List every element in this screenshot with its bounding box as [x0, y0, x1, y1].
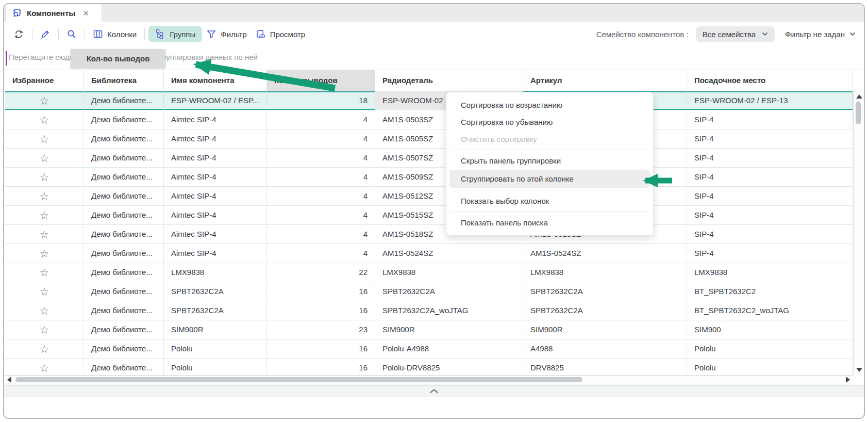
dragged-column-chip[interactable]: Кол-во выводов [71, 49, 165, 68]
cell-library: Демо библиоте... [84, 91, 164, 110]
filter-status-dropdown[interactable]: Фильтр не задан [785, 30, 856, 39]
family-dropdown-value: Все семейства [703, 30, 756, 39]
cell-footprint: SIM900 [687, 320, 853, 339]
cell-pins: 23 [267, 320, 375, 339]
cell-pins: 4 [267, 110, 375, 129]
cell-library: Демо библиоте... [84, 206, 164, 224]
tab-title: Компоненты [27, 9, 75, 18]
collapse-bar[interactable] [4, 385, 864, 397]
cell-library: Демо библиоте... [84, 110, 164, 129]
scroll-left-arrow[interactable] [7, 377, 11, 383]
star-icon[interactable]: ☆ [40, 153, 49, 164]
star-icon[interactable]: ☆ [40, 324, 49, 335]
menu-item[interactable]: Показать выбор колонок [446, 192, 653, 209]
table-row[interactable]: ☆Демо библиоте...Aimtec SIP-44AM1S-0509S… [5, 168, 853, 187]
table-row[interactable]: ☆Демо библиоте...Aimtec SIP-44AM1S-0515S… [5, 206, 853, 225]
menu-item[interactable]: Показать панель поиска [446, 214, 653, 231]
table-row[interactable]: ☆Демо библиоте...ESP-WROOM-02 / ESP...18… [5, 91, 853, 110]
cell-favorite: ☆ [5, 282, 84, 301]
cell-name: SIM900R [164, 320, 267, 339]
filter-button[interactable]: Фильтр [202, 26, 251, 42]
table-row[interactable]: ☆Демо библиоте...Aimtec SIP-44AM1S-0518S… [5, 225, 853, 244]
cell-name: SPBT2632C2A [164, 282, 267, 301]
table-row[interactable]: ☆Демо библиоте...SIM900R23SIM900RSIM900R… [5, 320, 853, 339]
search-button[interactable] [62, 26, 81, 42]
table-row[interactable]: ☆Демо библиоте...SPBT2632C2A16SPBT2632C2… [5, 282, 853, 301]
column-header-sku[interactable]: Артикул [523, 70, 687, 91]
column-header-name[interactable]: Имя компонента [164, 70, 267, 91]
context-menu: Сортировка по возрастаниюСортировка по у… [446, 92, 654, 236]
table-row[interactable]: ☆Демо библиоте...Aimtec SIP-44AM1S-0503S… [5, 110, 853, 129]
column-header-library[interactable]: Библиотека [84, 70, 164, 91]
star-icon[interactable]: ☆ [40, 267, 49, 278]
cell-footprint: BT_SPBT2632C2_woJTAG [687, 301, 853, 320]
vertical-scroll-thumb[interactable] [856, 102, 861, 124]
table-row[interactable]: ☆Демо библиоте...LMX983822LMX9838LMX9838… [5, 263, 853, 282]
scroll-up-arrow[interactable] [856, 94, 862, 99]
chevron-down-icon [762, 32, 768, 36]
toolbar: Колонки Группы Фильтр [4, 22, 864, 46]
cell-footprint: SIP-4 [687, 168, 853, 186]
horizontal-scroll-thumb[interactable] [15, 377, 582, 382]
star-icon[interactable]: ☆ [40, 286, 49, 297]
chip-search-icon [12, 8, 22, 18]
view-button[interactable]: Просмотр [251, 26, 310, 42]
cell-favorite: ☆ [5, 187, 84, 205]
columns-button[interactable]: Колонки [89, 26, 141, 42]
edit-button[interactable] [36, 26, 55, 42]
star-icon[interactable]: ☆ [40, 95, 49, 106]
cell-sku: LMX9838 [523, 263, 687, 282]
column-header-part[interactable]: Радиодеталь [375, 70, 523, 91]
cell-name: SPBT2632C2A [164, 301, 267, 320]
cell-library: Демо библиоте... [84, 359, 164, 375]
menu-item[interactable]: Скрыть панель группировки [446, 152, 653, 169]
refresh-button[interactable] [9, 26, 28, 42]
chevron-up-icon [429, 389, 439, 394]
cell-library: Демо библиоте... [84, 187, 164, 205]
close-icon[interactable]: × [83, 8, 89, 18]
cell-library: Демо библиоте... [84, 244, 164, 263]
column-header-pins[interactable]: Кол-во выводов [267, 70, 375, 91]
cell-name: Aimtec SIP-4 [164, 187, 267, 205]
cell-library: Демо библиоте... [84, 168, 164, 186]
cell-sku: SPBT2632C2A [523, 282, 687, 301]
star-icon[interactable]: ☆ [40, 363, 49, 374]
cell-favorite: ☆ [5, 110, 84, 129]
scroll-right-arrow[interactable] [846, 377, 850, 383]
star-icon[interactable]: ☆ [40, 305, 49, 316]
table-row[interactable]: ☆Демо библиоте...Aimtec SIP-44AM1S-0512S… [5, 187, 853, 206]
view-label: Просмотр [270, 30, 306, 39]
vertical-scrollbar [853, 91, 863, 375]
horizontal-scrollbar [5, 375, 853, 384]
menu-separator [450, 190, 649, 190]
menu-item[interactable]: Сгруппировать по этой колонке [449, 170, 650, 188]
cell-name: Aimtec SIP-4 [164, 244, 267, 263]
menu-item[interactable]: Сортировка по возрастанию [446, 96, 653, 113]
scroll-down-arrow[interactable] [856, 368, 862, 372]
star-icon[interactable]: ☆ [40, 172, 49, 183]
star-icon[interactable]: ☆ [40, 115, 49, 125]
family-dropdown[interactable]: Все семейства [696, 26, 775, 42]
tab-components[interactable]: Компоненты × [5, 4, 102, 22]
table-row[interactable]: ☆Демо библиоте...Aimtec SIP-44AM1S-0507S… [5, 149, 853, 168]
column-header-footprint[interactable]: Посадочное место [687, 70, 853, 91]
groups-button[interactable]: Группы [148, 26, 202, 42]
table-row[interactable]: ☆Демо библиоте...Aimtec SIP-44AM1S-0524S… [5, 244, 853, 263]
table-row[interactable]: ☆Демо библиоте...SPBT2632C2A16SPBT2632C2… [5, 301, 853, 320]
menu-item[interactable]: Сортировка по убыванию [446, 113, 653, 131]
column-header-favorite[interactable]: Избранное [5, 70, 84, 91]
star-icon[interactable]: ☆ [40, 248, 49, 259]
table-row[interactable]: ☆Демо библиоте...Aimtec SIP-44AM1S-0505S… [5, 129, 853, 149]
cell-name: LMX9838 [164, 263, 267, 282]
star-icon[interactable]: ☆ [40, 134, 49, 144]
star-icon[interactable]: ☆ [40, 191, 49, 202]
table-row[interactable]: ☆Демо библиоте...Pololu16Pololu-A4988A49… [5, 339, 853, 359]
chevron-down-icon [849, 32, 856, 36]
star-icon[interactable]: ☆ [40, 344, 49, 354]
star-icon[interactable]: ☆ [40, 229, 49, 240]
cell-name: Aimtec SIP-4 [164, 206, 267, 224]
cell-pins: 4 [267, 187, 375, 205]
table-row[interactable]: ☆Демо библиоте...Pololu16Pololu-DRV8825D… [5, 359, 853, 375]
star-icon[interactable]: ☆ [40, 210, 49, 221]
cell-favorite: ☆ [5, 91, 84, 110]
